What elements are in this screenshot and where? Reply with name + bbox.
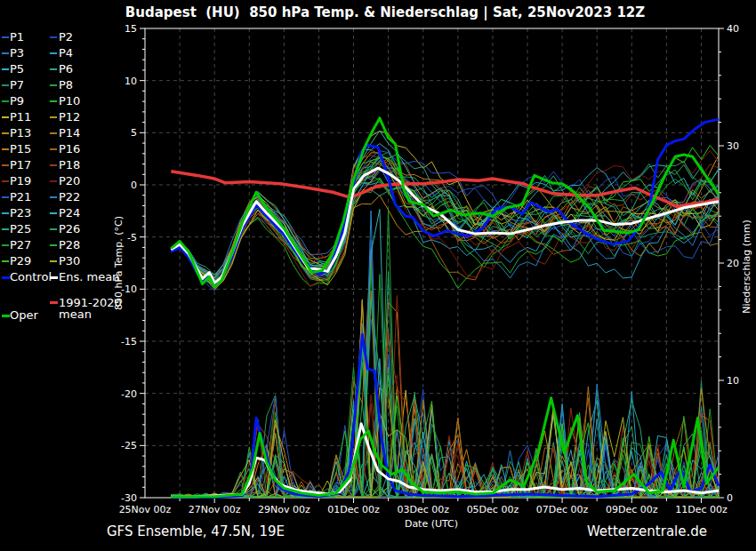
x-tick-label: 05Dec 00z bbox=[467, 504, 519, 515]
watermark: Wetterzentrale.de bbox=[587, 523, 707, 539]
y-right-tick-label: 10 bbox=[727, 375, 739, 387]
y-left-tick-label: 5 bbox=[131, 127, 137, 139]
y-axis-label-temp: 850 hPa Temp. (°C) bbox=[113, 216, 125, 310]
x-tick-label: 07Dec 00z bbox=[536, 504, 589, 515]
y-left-tick-label: 0 bbox=[131, 180, 137, 191]
x-tick-label: 01Dec 00z bbox=[327, 504, 380, 515]
x-tick-label: 09Dec 00z bbox=[606, 504, 658, 515]
y-left-tick-label: 10 bbox=[125, 76, 137, 87]
y-right-tick-label: 0 bbox=[727, 492, 733, 504]
y-left-tick-label: -20 bbox=[121, 388, 137, 400]
y-right-tick-label: 30 bbox=[727, 140, 739, 152]
chart-page: Budapest (HU) 850 hPa Temp. & Niederschl… bbox=[0, 0, 756, 551]
x-tick-label: 25Nov 00z bbox=[119, 504, 172, 515]
y-left-tick-label: -5 bbox=[127, 232, 137, 244]
y-left-tick-label: -15 bbox=[121, 336, 137, 347]
y-right-tick-label: 20 bbox=[727, 258, 739, 269]
model-info: GFS Ensemble, 47.5N, 19E bbox=[107, 523, 285, 539]
x-axis-label: Date (UTC) bbox=[405, 518, 458, 530]
y-left-tick-label: -25 bbox=[121, 440, 137, 451]
x-tick-label: 03Dec 00z bbox=[397, 504, 449, 515]
y-axis-label-precip: Niederschlag (mm) bbox=[741, 220, 752, 313]
member-temp-P28 bbox=[171, 179, 719, 289]
y-right-tick-label: 40 bbox=[727, 23, 739, 35]
x-tick-label: 11Dec 00z bbox=[675, 504, 728, 515]
main-series bbox=[171, 118, 719, 498]
x-tick-label: 27Nov 00z bbox=[189, 504, 241, 515]
y-left-tick-label: -30 bbox=[121, 492, 137, 504]
x-tick-label: 29Nov 00z bbox=[258, 504, 310, 515]
y-left-tick-label: 15 bbox=[125, 23, 137, 35]
